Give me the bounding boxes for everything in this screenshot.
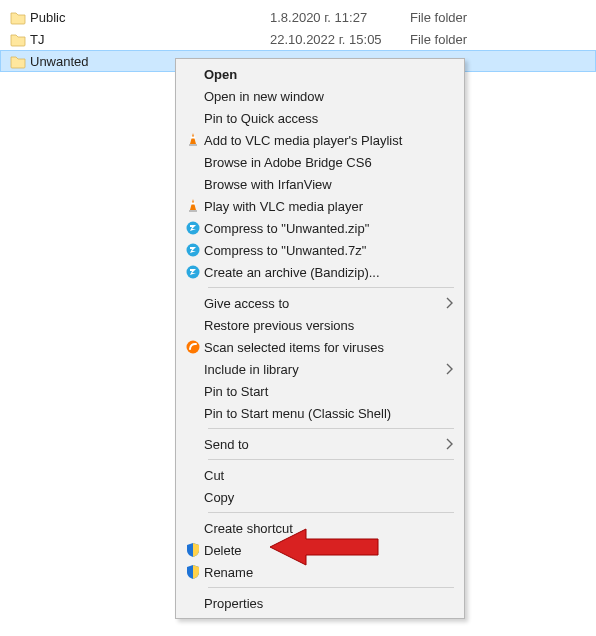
file-date: 1.8.2020 г. 11:27 — [270, 10, 410, 25]
menu-item-label: Restore previous versions — [204, 318, 440, 333]
menu-separator — [208, 587, 454, 588]
menu-item-label: Compress to "Unwanted.7z" — [204, 243, 440, 258]
menu-item-label: Scan selected items for viruses — [204, 340, 440, 355]
menu-item-rename[interactable]: Rename — [178, 561, 462, 583]
menu-item-label: Pin to Quick access — [204, 111, 440, 126]
menu-item-label: Send to — [204, 437, 440, 452]
menu-item-label: Compress to "Unwanted.zip" — [204, 221, 440, 236]
menu-item-pin-to-start-menu-classic-shell[interactable]: Pin to Start menu (Classic Shell) — [178, 402, 462, 424]
file-name: TJ — [30, 32, 270, 47]
menu-item-properties[interactable]: Properties — [178, 592, 462, 614]
file-row[interactable]: TJ22.10.2022 г. 15:05File folder — [0, 28, 596, 50]
context-menu: OpenOpen in new windowPin to Quick acces… — [175, 58, 465, 619]
menu-item-label: Open in new window — [204, 89, 440, 104]
menu-item-delete[interactable]: Delete — [178, 539, 462, 561]
menu-item-open[interactable]: Open — [178, 63, 462, 85]
folder-icon — [6, 53, 30, 69]
menu-item-label: Include in library — [204, 362, 440, 377]
menu-item-open-in-new-window[interactable]: Open in new window — [178, 85, 462, 107]
submenu-chevron-icon — [440, 295, 454, 311]
menu-item-browse-in-adobe-bridge-cs6[interactable]: Browse in Adobe Bridge CS6 — [178, 151, 462, 173]
bandizip-icon — [182, 220, 204, 236]
bandizip-icon — [182, 242, 204, 258]
folder-icon — [6, 9, 30, 25]
menu-item-give-access-to[interactable]: Give access to — [178, 292, 462, 314]
folder-icon — [6, 31, 30, 47]
file-name: Public — [30, 10, 270, 25]
menu-item-play-with-vlc-media-player[interactable]: Play with VLC media player — [178, 195, 462, 217]
menu-item-label: Rename — [204, 565, 440, 580]
menu-item-label: Delete — [204, 543, 440, 558]
file-date: 22.10.2022 г. 15:05 — [270, 32, 410, 47]
menu-separator — [208, 512, 454, 513]
menu-separator — [208, 459, 454, 460]
menu-item-label: Browse in Adobe Bridge CS6 — [204, 155, 440, 170]
menu-item-label: Create shortcut — [204, 521, 440, 536]
menu-item-label: Play with VLC media player — [204, 199, 440, 214]
menu-item-label: Properties — [204, 596, 440, 611]
file-type: File folder — [410, 10, 590, 25]
menu-item-restore-previous-versions[interactable]: Restore previous versions — [178, 314, 462, 336]
menu-item-add-to-vlc-media-player-s-playlist[interactable]: Add to VLC media player's Playlist — [178, 129, 462, 151]
avast-icon — [182, 339, 204, 355]
menu-item-cut[interactable]: Cut — [178, 464, 462, 486]
menu-item-create-shortcut[interactable]: Create shortcut — [178, 517, 462, 539]
uac-icon — [182, 564, 204, 580]
submenu-chevron-icon — [440, 361, 454, 377]
menu-item-label: Copy — [204, 490, 440, 505]
menu-item-copy[interactable]: Copy — [178, 486, 462, 508]
bandizip-icon — [182, 264, 204, 280]
menu-item-label: Cut — [204, 468, 440, 483]
menu-item-scan-selected-items-for-viruses[interactable]: Scan selected items for viruses — [178, 336, 462, 358]
file-row[interactable]: Public1.8.2020 г. 11:27File folder — [0, 6, 596, 28]
menu-item-compress-to-unwanted-7z[interactable]: Compress to "Unwanted.7z" — [178, 239, 462, 261]
vlc-icon — [182, 198, 204, 214]
menu-item-pin-to-start[interactable]: Pin to Start — [178, 380, 462, 402]
menu-item-label: Browse with IrfanView — [204, 177, 440, 192]
menu-item-label: Pin to Start menu (Classic Shell) — [204, 406, 440, 421]
menu-item-compress-to-unwanted-zip[interactable]: Compress to "Unwanted.zip" — [178, 217, 462, 239]
menu-item-browse-with-irfanview[interactable]: Browse with IrfanView — [178, 173, 462, 195]
menu-item-send-to[interactable]: Send to — [178, 433, 462, 455]
menu-separator — [208, 287, 454, 288]
menu-separator — [208, 428, 454, 429]
menu-item-create-an-archive-bandizip[interactable]: Create an archive (Bandizip)... — [178, 261, 462, 283]
menu-item-label: Add to VLC media player's Playlist — [204, 133, 440, 148]
menu-item-label: Give access to — [204, 296, 440, 311]
submenu-chevron-icon — [440, 436, 454, 452]
uac-icon — [182, 542, 204, 558]
file-explorer-panel: Public1.8.2020 г. 11:27File folderTJ22.1… — [0, 0, 596, 636]
menu-item-label: Pin to Start — [204, 384, 440, 399]
menu-item-pin-to-quick-access[interactable]: Pin to Quick access — [178, 107, 462, 129]
menu-item-label: Open — [204, 67, 440, 82]
menu-item-label: Create an archive (Bandizip)... — [204, 265, 440, 280]
vlc-icon — [182, 132, 204, 148]
file-type: File folder — [410, 32, 590, 47]
menu-item-include-in-library[interactable]: Include in library — [178, 358, 462, 380]
